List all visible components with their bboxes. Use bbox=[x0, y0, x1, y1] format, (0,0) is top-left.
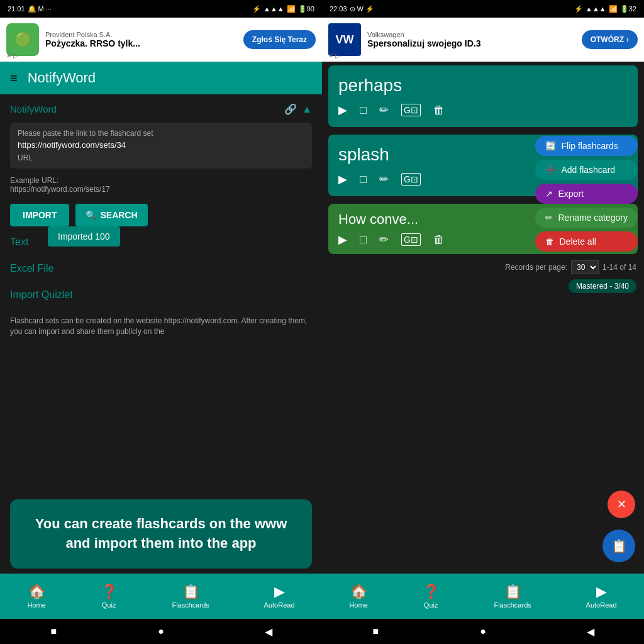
right-ad-button[interactable]: OTWÓRZ › bbox=[582, 30, 638, 49]
imported-badge: Imported 100 bbox=[48, 226, 120, 247]
quiz-icon: ❓ bbox=[101, 584, 118, 600]
left-notif-icons: 🔔 M ··· bbox=[28, 5, 52, 13]
checkbox-icon-perhaps[interactable]: □ bbox=[360, 104, 367, 117]
translate-icon-partial[interactable]: G⊡ bbox=[401, 233, 421, 246]
link-icon[interactable]: 🔗 bbox=[284, 103, 297, 115]
right-nav-flashcards[interactable]: 📋 Flaschcards bbox=[494, 584, 531, 609]
checkbox-icon-partial[interactable]: □ bbox=[360, 233, 367, 247]
menu-excel[interactable]: Excel File bbox=[10, 258, 312, 279]
rename-category-button[interactable]: ✏ Rename category bbox=[535, 208, 638, 228]
right-nav-autoread-label: AutoRead bbox=[586, 601, 617, 609]
right-ad-text: Volkswagen Spersonalizuj swojego ID.3 bbox=[367, 31, 575, 49]
left-description: Flashcard sets can be created on the web… bbox=[10, 311, 312, 342]
translate-icon-perhaps[interactable]: G⊡ bbox=[401, 104, 421, 116]
left-nav-home[interactable]: 🏠 Home bbox=[27, 584, 45, 609]
play-icon-partial[interactable]: ▶ bbox=[338, 233, 347, 247]
flip-flashcards-button[interactable]: 🔄 Flip flashcards bbox=[535, 136, 638, 156]
left-sys-square[interactable]: ■ bbox=[46, 624, 61, 639]
edit-icon-splash[interactable]: ✏ bbox=[379, 172, 389, 186]
right-ad-close[interactable]: ✕ ▷ bbox=[328, 52, 340, 59]
right-home-icon: 🏠 bbox=[350, 584, 367, 600]
left-ad-banner: 🟢 Provident Polska S.A. Pożyczka. RRSO t… bbox=[0, 18, 322, 62]
left-sys-circle[interactable]: ● bbox=[153, 624, 169, 639]
search-icon: 🔍 bbox=[86, 210, 96, 220]
left-status-bar: 21:01 🔔 M ··· ⚡ ▲▲▲ 📶 🔋90 bbox=[0, 0, 322, 18]
right-ad-title: Spersonalizuj swojego ID.3 bbox=[367, 38, 575, 49]
import-button[interactable]: IMPORT bbox=[10, 204, 69, 226]
pagination-range: 1-14 of 14 bbox=[602, 263, 636, 272]
export-button[interactable]: ↗ Export bbox=[535, 184, 638, 204]
hamburger-icon[interactable]: ≡ bbox=[10, 71, 18, 86]
left-ad-text: Provident Polska S.A. Pożyczka. RRSO tyl… bbox=[45, 31, 237, 49]
search-button[interactable]: 🔍 SEARCH bbox=[75, 204, 147, 226]
left-sys-back[interactable]: ◀ bbox=[261, 624, 276, 639]
translate-icon-splash[interactable]: G⊡ bbox=[401, 173, 421, 186]
context-close-button[interactable]: ✕ bbox=[608, 491, 635, 518]
add-flashcard-button[interactable]: ➕ Add flashcard bbox=[535, 160, 638, 180]
search-label: SEARCH bbox=[100, 210, 137, 220]
left-ad-button[interactable]: Zgłoś Się Teraz bbox=[243, 30, 316, 49]
left-ad-title: Pożyczka. RRSO tylk... bbox=[45, 38, 237, 49]
right-ad-logo: VW bbox=[328, 23, 361, 56]
right-nav-quiz[interactable]: ❓ Quiz bbox=[423, 584, 440, 609]
flashcard-perhaps-actions: ▶ □ ✏ G⊡ 🗑 bbox=[338, 103, 628, 117]
checkbox-icon-splash[interactable]: □ bbox=[360, 173, 367, 186]
flashcards-icon: 📋 bbox=[182, 584, 199, 600]
right-sys-square[interactable]: ■ bbox=[368, 624, 383, 639]
right-autoread-icon: ▶ bbox=[596, 584, 607, 600]
left-ad-close[interactable]: ✕ ▷ bbox=[6, 52, 18, 59]
rename-icon: ✏ bbox=[545, 213, 553, 223]
per-page-select[interactable]: 30 bbox=[571, 260, 599, 274]
edit-icon-partial[interactable]: ✏ bbox=[379, 233, 389, 247]
play-icon-splash[interactable]: ▶ bbox=[338, 172, 347, 186]
delete-all-icon: 🗑 bbox=[545, 236, 554, 247]
right-signal: ▲▲▲ bbox=[586, 5, 606, 13]
left-nav-home-label: Home bbox=[27, 601, 45, 609]
close-icon: ✕ bbox=[617, 497, 626, 511]
collapse-icon[interactable]: ▲ bbox=[302, 104, 312, 115]
left-wifi-icon: 📶 bbox=[287, 5, 296, 13]
right-ad-banner: VW Volkswagen Spersonalizuj swojego ID.3… bbox=[322, 18, 644, 62]
right-status-bar: 22:03 ⊙ W ⚡ ⚡ ▲▲▲ 📶 🔋32 bbox=[322, 0, 644, 18]
tooltip-text: You can create flashcards on the www and… bbox=[23, 514, 299, 553]
url-field-label: URL bbox=[18, 153, 304, 162]
right-ad-arrow-icon: › bbox=[626, 35, 629, 44]
left-section-title: NotifyWord bbox=[10, 104, 57, 114]
right-ad-btn-label: OTWÓRZ bbox=[591, 35, 624, 44]
fab-button[interactable]: 📋 bbox=[602, 530, 635, 562]
left-nav-flashcards[interactable]: 📋 Flaschcards bbox=[172, 584, 209, 609]
right-sys-back[interactable]: ◀ bbox=[583, 624, 598, 639]
left-system-nav: ■ ● ◀ bbox=[0, 619, 322, 644]
right-sys-circle[interactable]: ● bbox=[475, 624, 491, 639]
left-signal-icon: ▲▲▲ bbox=[264, 5, 284, 13]
autoread-icon: ▶ bbox=[274, 584, 285, 600]
right-flashcards-icon: 📋 bbox=[504, 584, 521, 600]
add-label: Add flashcard bbox=[561, 165, 615, 175]
flashcard-perhaps: perhaps ▶ □ ✏ G⊡ 🗑 bbox=[328, 65, 638, 127]
right-ad-company: Volkswagen bbox=[367, 31, 575, 38]
right-nav-autoread[interactable]: ▶ AutoRead bbox=[586, 584, 617, 609]
left-ad-logo: 🟢 bbox=[6, 23, 39, 56]
delete-icon-partial[interactable]: 🗑 bbox=[433, 233, 445, 247]
example-label: Example URL: bbox=[10, 176, 312, 185]
url-input-box: Please paste the link to the flashcard s… bbox=[10, 123, 312, 169]
left-nav-quiz-label: Quiz bbox=[102, 601, 116, 609]
right-nav-home[interactable]: 🏠 Home bbox=[349, 584, 367, 609]
mastered-badge: Mastered - 3/40 bbox=[569, 279, 636, 293]
left-nav-quiz[interactable]: ❓ Quiz bbox=[101, 584, 118, 609]
left-ad-close-icon[interactable]: ✕ ▷ bbox=[6, 52, 18, 59]
url-value[interactable]: https://notifyword.com/sets/34 bbox=[18, 140, 304, 150]
right-activity-icons: ⊙ W ⚡ bbox=[350, 5, 375, 13]
left-nav-flashcards-label: Flaschcards bbox=[172, 601, 209, 609]
delete-all-label: Delete all bbox=[559, 236, 596, 247]
left-screen: 21:01 🔔 M ··· ⚡ ▲▲▲ 📶 🔋90 🟢 Provident Po… bbox=[0, 0, 322, 644]
left-time: 21:01 bbox=[8, 5, 25, 13]
right-nav-quiz-label: Quiz bbox=[424, 601, 438, 609]
play-icon-perhaps[interactable]: ▶ bbox=[338, 103, 347, 117]
right-main-content: perhaps ▶ □ ✏ G⊡ 🗑 splash ▶ □ ✏ bbox=[322, 62, 644, 574]
delete-icon-perhaps[interactable]: 🗑 bbox=[433, 104, 445, 117]
left-nav-autoread[interactable]: ▶ AutoRead bbox=[264, 584, 295, 609]
delete-all-button[interactable]: 🗑 Delete all bbox=[535, 231, 638, 252]
edit-icon-perhaps[interactable]: ✏ bbox=[379, 103, 389, 117]
menu-quizlet[interactable]: Import Quizlet bbox=[10, 284, 312, 306]
